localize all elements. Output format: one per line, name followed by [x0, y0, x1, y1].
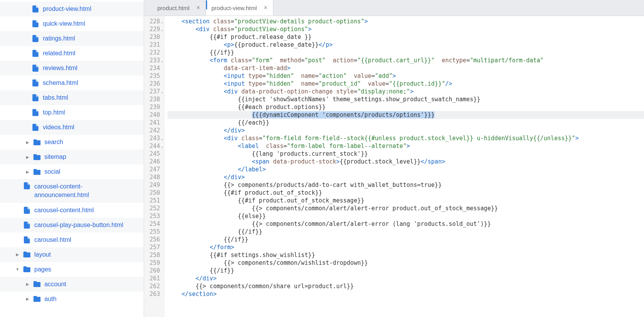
line-number: 254	[148, 220, 162, 228]
code-line[interactable]: <div class="form-field form-field--stock…	[167, 134, 644, 142]
tree-file[interactable]: product-view.html	[0, 2, 144, 16]
tree-item-label: social	[44, 168, 60, 175]
tree-file[interactable]: top.html	[0, 105, 144, 120]
tree-item-label: related.html	[43, 50, 76, 57]
code-line[interactable]: <section class="productView-details prod…	[167, 18, 644, 25]
line-number: 261	[148, 275, 162, 282]
code-line[interactable]: {{/if}}	[167, 236, 644, 243]
code-line[interactable]: </section>	[167, 290, 644, 298]
code-line[interactable]: </label>	[167, 166, 644, 173]
code-line[interactable]: {{#if product.out_of_stock_message}}	[167, 197, 644, 204]
code-line[interactable]: {{else}}	[167, 212, 644, 220]
tree-item-label: quick-view.html	[43, 20, 85, 27]
code-editor[interactable]: 228▾229▾230231232233▾234235236237▾238239…	[144, 16, 644, 317]
file-tree-sidebar[interactable]: product-view.htmlquick-view.htmlratings.…	[0, 0, 144, 317]
tree-file[interactable]: ratings.html	[0, 31, 144, 46]
line-number: 244▾	[148, 142, 162, 150]
code-line[interactable]: {{/if}}	[167, 267, 644, 275]
tree-file[interactable]: carousel-play-pause-button.html	[0, 218, 144, 232]
line-number: 263	[148, 290, 162, 298]
tree-file[interactable]: tabs.html	[0, 90, 144, 105]
line-number: 231	[148, 41, 162, 49]
code-line[interactable]: </div>	[167, 275, 644, 282]
tree-folder[interactable]: ▶social	[0, 164, 144, 179]
code-line[interactable]: <div class="productView-options">	[167, 25, 644, 33]
code-line[interactable]: {{lang 'products.current_stock'}}	[167, 150, 644, 158]
code-line[interactable]: {{#each product.options}}	[167, 103, 644, 111]
file-icon	[32, 79, 39, 86]
code-line[interactable]: <input type="hidden" name="action" value…	[167, 72, 644, 80]
code-line[interactable]: <div data-product-option-change style="d…	[167, 88, 644, 95]
chevron-right-icon[interactable]: ▶	[26, 282, 30, 286]
tree-folder[interactable]: ▶account	[0, 277, 144, 292]
chevron-right-icon[interactable]: ▶	[26, 170, 30, 174]
code-line[interactable]: {{> components/products/add-to-cart with…	[167, 181, 644, 189]
line-number: 237▾	[148, 88, 162, 95]
code-line[interactable]: data-cart-item-add>	[167, 64, 644, 72]
tree-file[interactable]: carousel-content-announcement.html	[0, 179, 144, 203]
tab-bar: product.html×product-view.html×	[144, 0, 644, 16]
chevron-right-icon[interactable]: ▶	[16, 253, 19, 257]
code-line[interactable]: {{> components/common/wishlist-dropdown}…	[167, 259, 644, 267]
code-line[interactable]: {{inject 'showSwatchNames' theme_setting…	[167, 95, 644, 103]
code-line[interactable]: {{#if product.release_date }}	[167, 33, 644, 41]
tree-item-label: auth	[44, 296, 56, 303]
file-icon	[32, 109, 39, 116]
tree-folder[interactable]: ▼pages	[0, 262, 144, 277]
tree-file[interactable]: carousel.html	[0, 232, 144, 247]
tree-folder[interactable]: ▶sitemap	[0, 150, 144, 164]
code-content[interactable]: <section class="productView-details prod…	[164, 16, 644, 317]
tree-file[interactable]: reviews.html	[0, 61, 144, 76]
chevron-down-icon[interactable]: ▼	[16, 268, 19, 271]
code-line[interactable]: {{{dynamicComponent 'components/products…	[167, 111, 644, 119]
code-line[interactable]: <p>{{product.release_date}}</p>	[167, 41, 644, 49]
line-number: 232	[148, 49, 162, 56]
code-line[interactable]: <input type="hidden" name="product_id" v…	[167, 80, 644, 88]
code-line[interactable]: <span data-product-stock>{{product.stock…	[167, 158, 644, 166]
tree-folder[interactable]: ▶layout	[0, 247, 144, 262]
code-line[interactable]: {{/if}}	[167, 228, 644, 236]
close-icon[interactable]: ×	[197, 4, 200, 11]
code-line[interactable]: <form class="form" method="post" action=…	[167, 56, 644, 64]
code-line[interactable]: {{/each}}	[167, 119, 644, 127]
tree-item-label: pages	[34, 266, 51, 273]
line-number: 229▾	[148, 25, 162, 33]
line-number: 234	[148, 64, 162, 72]
line-number: 228▾	[148, 18, 162, 25]
tree-file[interactable]: videos.html	[0, 120, 144, 135]
tree-item-label: schema.html	[43, 79, 78, 86]
tree-item-label: carousel-content.html	[34, 207, 94, 214]
tree-file[interactable]: carousel-content.html	[0, 203, 144, 218]
line-number: 257	[148, 243, 162, 251]
tree-folder[interactable]: ▶search	[0, 135, 144, 150]
line-number: 258	[148, 251, 162, 259]
line-number: 262	[148, 282, 162, 290]
file-icon	[32, 5, 39, 12]
tree-folder[interactable]: ▶auth	[0, 292, 144, 306]
line-number: 250	[148, 189, 162, 197]
chevron-right-icon[interactable]: ▶	[26, 155, 30, 159]
code-line[interactable]: {{> components/common/alert/alert-error …	[167, 220, 644, 228]
tree-item-label: reviews.html	[43, 65, 77, 72]
line-number: 248	[148, 173, 162, 181]
tree-file[interactable]: related.html	[0, 46, 144, 61]
editor-tab[interactable]: product.html×	[152, 0, 206, 16]
close-icon[interactable]: ×	[264, 4, 267, 11]
code-line[interactable]: </div>	[167, 173, 644, 181]
code-line[interactable]: </div>	[167, 127, 644, 134]
code-line[interactable]: {{#if product.out_of_stock}}	[167, 189, 644, 197]
line-number: 242	[148, 127, 162, 134]
code-line[interactable]: {{> components/common/share url=product.…	[167, 282, 644, 290]
file-icon	[32, 20, 39, 27]
editor-tab[interactable]: product-view.html×	[206, 0, 273, 16]
code-line[interactable]: {{/if}}	[167, 49, 644, 56]
chevron-right-icon[interactable]: ▶	[26, 140, 30, 144]
code-line[interactable]: <label class="form-label form-label--alt…	[167, 142, 644, 150]
code-line[interactable]: {{> components/common/alert/alert-error …	[167, 204, 644, 212]
code-line[interactable]: </form>	[167, 243, 644, 251]
tree-file[interactable]: schema.html	[0, 76, 144, 90]
line-number: 245	[148, 150, 162, 158]
tree-file[interactable]: quick-view.html	[0, 16, 144, 31]
chevron-right-icon[interactable]: ▶	[26, 297, 30, 301]
code-line[interactable]: {{#if settings.show_wishlist}}	[167, 251, 644, 259]
